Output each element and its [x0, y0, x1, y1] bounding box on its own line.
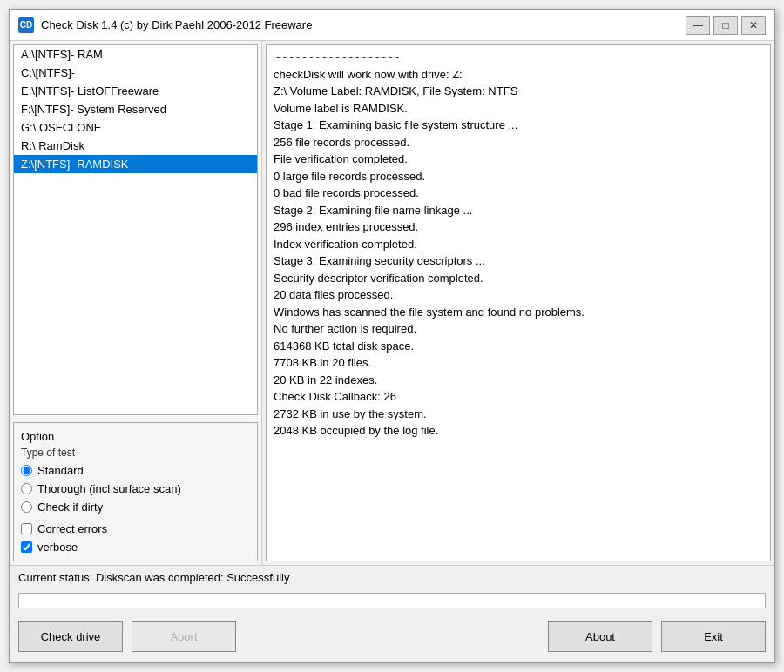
progress-area: [10, 589, 774, 614]
window-title: Check Disk 1.4 (c) by Dirk Paehl 2006-20…: [41, 18, 312, 31]
checkbox-group: Correct errorsverbose: [21, 522, 250, 554]
status-bar: Current status: Diskscan was completed: …: [10, 565, 774, 589]
log-line: Z:\ Volume Label: RAMDISK, File System: …: [274, 83, 763, 100]
radio-label-dirty: Check if dirty: [37, 501, 103, 514]
log-line: 2048 KB occupied by the log file.: [274, 422, 763, 440]
log-line: 0 large file records processed.: [274, 168, 763, 185]
options-subtitle: Type of test: [21, 447, 250, 459]
log-line: 20 data files processed.: [274, 286, 763, 304]
left-panel: A:\[NTFS]- RAMC:\[NTFS]-E:\[NTFS]- ListO…: [10, 41, 262, 565]
drive-item[interactable]: C:\[NTFS]-: [14, 64, 257, 82]
options-panel: Option Type of test StandardThorough (in…: [13, 422, 258, 561]
right-panel: ~~~~~~~~~~~~~~~~~~~checkDisk will work n…: [262, 41, 774, 565]
log-line: 0 bad file records processed.: [274, 185, 763, 202]
main-window: CD Check Disk 1.4 (c) by Dirk Paehl 2006…: [9, 9, 775, 663]
log-line: 256 file records processed.: [274, 134, 763, 151]
log-line: 20 KB in 22 indexes.: [274, 372, 763, 389]
log-line: 7708 KB in 20 files.: [274, 354, 763, 372]
log-line: Stage 1: Examining basic file system str…: [274, 117, 763, 134]
log-line: 296 index entries processed.: [274, 218, 763, 236]
about-button[interactable]: About: [548, 621, 652, 652]
radio-label-thorough: Thorough (incl surface scan): [37, 482, 181, 495]
title-bar: CD Check Disk 1.4 (c) by Dirk Paehl 2006…: [10, 10, 774, 41]
drive-item[interactable]: F:\[NTFS]- System Reserved: [14, 100, 257, 118]
checkbox-item-correct[interactable]: Correct errors: [21, 522, 250, 535]
log-line: No further action is required.: [274, 320, 763, 338]
log-line: Check Disk Callback: 26: [274, 388, 763, 406]
button-bar: Check drive Abort About Exit: [10, 614, 774, 662]
drive-list[interactable]: A:\[NTFS]- RAMC:\[NTFS]-E:\[NTFS]- ListO…: [13, 44, 258, 415]
checkbox-label-verbose: verbose: [37, 541, 78, 554]
drive-item[interactable]: A:\[NTFS]- RAM: [14, 45, 257, 64]
drive-item[interactable]: R:\ RamDisk: [14, 137, 257, 155]
log-line: Stage 2: Examining file name linkage ...: [274, 202, 763, 219]
log-line: 614368 KB total disk space.: [274, 338, 763, 355]
log-line: 2732 KB in use by the system.: [274, 406, 763, 423]
abort-button[interactable]: Abort: [132, 621, 236, 652]
radio-label-standard: Standard: [37, 464, 84, 477]
checkbox-label-correct: Correct errors: [37, 522, 107, 535]
minimize-button[interactable]: —: [686, 16, 710, 35]
log-line: Volume label is RAMDISK.: [274, 100, 763, 118]
log-line: checkDisk will work now with drive: Z:: [274, 66, 763, 84]
drive-item[interactable]: Z:\[NTFS]- RAMDISK: [14, 155, 257, 173]
log-area: ~~~~~~~~~~~~~~~~~~~checkDisk will work n…: [266, 44, 771, 561]
window-controls: — □ ✕: [686, 16, 766, 35]
options-title: Option: [21, 430, 250, 443]
app-icon: CD: [18, 17, 34, 33]
maximize-button[interactable]: □: [713, 16, 738, 35]
log-line: Index verification completed.: [274, 236, 763, 253]
check-drive-button[interactable]: Check drive: [18, 621, 123, 652]
log-line: Stage 3: Examining security descriptors …: [274, 252, 763, 270]
log-line: Security descriptor verification complet…: [274, 270, 763, 287]
log-line: File verification completed.: [274, 151, 763, 168]
exit-button[interactable]: Exit: [661, 621, 766, 652]
radio-item-standard[interactable]: Standard: [21, 464, 250, 477]
close-button[interactable]: ✕: [741, 16, 766, 35]
drive-item[interactable]: E:\[NTFS]- ListOFFreeware: [14, 82, 257, 100]
log-line: ~~~~~~~~~~~~~~~~~~~: [274, 49, 763, 66]
progress-bar-container: [18, 593, 766, 608]
radio-group: StandardThorough (incl surface scan)Chec…: [21, 464, 250, 514]
log-line: Windows has scanned the file system and …: [274, 304, 763, 321]
status-message: Diskscan was completed: Successfully: [96, 571, 290, 584]
checkbox-item-verbose[interactable]: verbose: [21, 541, 250, 554]
drive-item[interactable]: G:\ OSFCLONE: [14, 118, 257, 137]
radio-item-thorough[interactable]: Thorough (incl surface scan): [21, 482, 250, 495]
title-bar-left: CD Check Disk 1.4 (c) by Dirk Paehl 2006…: [18, 17, 312, 33]
main-content: A:\[NTFS]- RAMC:\[NTFS]-E:\[NTFS]- ListO…: [10, 41, 774, 565]
radio-item-dirty[interactable]: Check if dirty: [21, 501, 250, 514]
status-label: Current status:: [18, 571, 92, 584]
